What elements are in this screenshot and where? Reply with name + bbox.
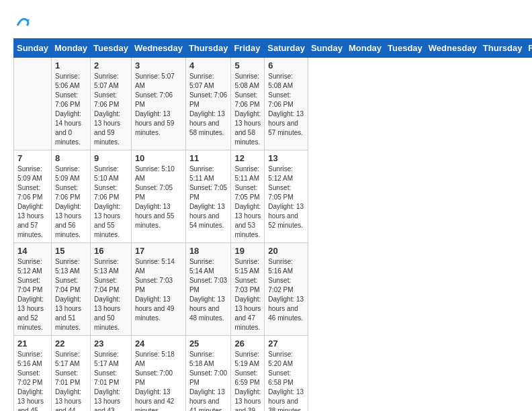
- day-info: Sunrise: 5:07 AMSunset: 7:06 PMDaylight:…: [135, 72, 182, 138]
- header-monday: Monday: [51, 39, 90, 58]
- calendar-cell: 21Sunrise: 5:16 AMSunset: 7:02 PMDayligh…: [14, 336, 52, 412]
- day-number: 2: [94, 60, 128, 71]
- header-friday: Friday: [231, 39, 265, 58]
- day-number: 13: [268, 153, 304, 163]
- day-info: Sunrise: 5:11 AMSunset: 7:05 PMDaylight:…: [234, 165, 261, 240]
- day-info: Sunrise: 5:17 AMSunset: 7:01 PMDaylight:…: [55, 350, 87, 411]
- calendar-cell: 10Sunrise: 5:10 AMSunset: 7:05 PMDayligh…: [131, 150, 185, 243]
- day-number: 1: [55, 60, 87, 71]
- calendar-cell: 16Sunrise: 5:13 AMSunset: 7:04 PMDayligh…: [91, 243, 132, 336]
- calendar-cell: 1Sunrise: 5:06 AMSunset: 7:06 PMDaylight…: [51, 58, 90, 150]
- col-header-thursday: Thursday: [480, 39, 525, 58]
- calendar-cell: 19Sunrise: 5:15 AMSunset: 7:03 PMDayligh…: [231, 243, 265, 336]
- calendar-cell: 3Sunrise: 5:07 AMSunset: 7:06 PMDaylight…: [131, 58, 185, 150]
- day-number: 25: [189, 338, 228, 349]
- day-info: Sunrise: 5:18 AMSunset: 7:00 PMDaylight:…: [189, 350, 228, 411]
- day-info: Sunrise: 5:16 AMSunset: 7:02 PMDaylight:…: [268, 257, 304, 323]
- day-info: Sunrise: 5:09 AMSunset: 7:06 PMDaylight:…: [55, 165, 87, 240]
- calendar-cell: 4Sunrise: 5:07 AMSunset: 7:06 PMDaylight…: [185, 58, 231, 150]
- day-info: Sunrise: 5:16 AMSunset: 7:02 PMDaylight:…: [17, 350, 48, 411]
- day-number: 15: [55, 246, 87, 256]
- col-header-wednesday: Wednesday: [425, 39, 480, 58]
- calendar-cell: 15Sunrise: 5:13 AMSunset: 7:04 PMDayligh…: [51, 243, 90, 336]
- day-info: Sunrise: 5:09 AMSunset: 7:06 PMDaylight:…: [17, 165, 48, 240]
- calendar-cell: 12Sunrise: 5:11 AMSunset: 7:05 PMDayligh…: [231, 150, 265, 243]
- calendar-week-2: 7Sunrise: 5:09 AMSunset: 7:06 PMDaylight…: [14, 150, 533, 243]
- day-number: 8: [55, 153, 87, 163]
- calendar-cell: 6Sunrise: 5:08 AMSunset: 7:06 PMDaylight…: [265, 58, 308, 150]
- calendar-cell: 8Sunrise: 5:09 AMSunset: 7:06 PMDaylight…: [51, 150, 90, 243]
- day-number: 16: [94, 246, 128, 256]
- day-info: Sunrise: 5:14 AMSunset: 7:03 PMDaylight:…: [189, 257, 228, 323]
- header-saturday: Saturday: [265, 39, 308, 58]
- header-thursday: Thursday: [185, 39, 231, 58]
- calendar-cell: 13Sunrise: 5:12 AMSunset: 7:05 PMDayligh…: [265, 150, 308, 243]
- day-number: 7: [17, 153, 48, 163]
- day-info: Sunrise: 5:18 AMSunset: 7:00 PMDaylight:…: [135, 350, 182, 411]
- day-info: Sunrise: 5:15 AMSunset: 7:03 PMDaylight:…: [234, 257, 261, 332]
- day-info: Sunrise: 5:13 AMSunset: 7:04 PMDaylight:…: [94, 257, 128, 332]
- day-info: Sunrise: 5:08 AMSunset: 7:06 PMDaylight:…: [234, 72, 261, 147]
- header-sunday: Sunday: [14, 39, 52, 58]
- day-number: 18: [189, 246, 228, 256]
- calendar-cell: [14, 58, 52, 150]
- day-number: 10: [135, 153, 182, 163]
- day-number: 20: [268, 246, 304, 256]
- day-number: 12: [234, 153, 261, 163]
- calendar-header-row: SundayMondayTuesdayWednesdayThursdayFrid…: [14, 39, 533, 58]
- day-number: 14: [17, 246, 48, 256]
- day-info: Sunrise: 5:17 AMSunset: 7:01 PMDaylight:…: [94, 350, 128, 411]
- day-number: 27: [268, 338, 304, 349]
- logo: [13, 13, 30, 32]
- day-number: 9: [94, 153, 128, 163]
- col-header-tuesday: Tuesday: [385, 39, 426, 58]
- calendar-cell: 17Sunrise: 5:14 AMSunset: 7:03 PMDayligh…: [131, 243, 185, 336]
- calendar-cell: 27Sunrise: 5:20 AMSunset: 6:58 PMDayligh…: [265, 336, 308, 412]
- day-number: 11: [189, 153, 228, 163]
- day-info: Sunrise: 5:19 AMSunset: 6:59 PMDaylight:…: [234, 350, 261, 411]
- day-info: Sunrise: 5:12 AMSunset: 7:05 PMDaylight:…: [268, 165, 304, 230]
- day-info: Sunrise: 5:11 AMSunset: 7:05 PMDaylight:…: [189, 165, 228, 230]
- calendar-cell: 7Sunrise: 5:09 AMSunset: 7:06 PMDaylight…: [14, 150, 52, 243]
- calendar-cell: 18Sunrise: 5:14 AMSunset: 7:03 PMDayligh…: [185, 243, 231, 336]
- day-number: 26: [234, 338, 261, 349]
- day-info: Sunrise: 5:07 AMSunset: 7:06 PMDaylight:…: [189, 72, 228, 138]
- calendar-week-1: 1Sunrise: 5:06 AMSunset: 7:06 PMDaylight…: [14, 58, 533, 150]
- calendar-cell: 25Sunrise: 5:18 AMSunset: 7:00 PMDayligh…: [185, 336, 231, 412]
- calendar-table: SundayMondayTuesdayWednesdayThursdayFrid…: [13, 38, 532, 411]
- col-header-sunday: Sunday: [308, 39, 345, 58]
- calendar-cell: 22Sunrise: 5:17 AMSunset: 7:01 PMDayligh…: [51, 336, 90, 412]
- calendar-cell: 26Sunrise: 5:19 AMSunset: 6:59 PMDayligh…: [231, 336, 265, 412]
- day-info: Sunrise: 5:14 AMSunset: 7:03 PMDaylight:…: [135, 257, 182, 323]
- day-number: 17: [135, 246, 182, 256]
- day-number: 22: [55, 338, 87, 349]
- logo-text: [13, 13, 30, 32]
- day-number: 21: [17, 338, 48, 349]
- day-number: 5: [234, 60, 261, 71]
- day-info: Sunrise: 5:08 AMSunset: 7:06 PMDaylight:…: [268, 72, 304, 138]
- calendar-cell: 14Sunrise: 5:12 AMSunset: 7:04 PMDayligh…: [14, 243, 52, 336]
- day-info: Sunrise: 5:06 AMSunset: 7:06 PMDaylight:…: [55, 72, 87, 147]
- calendar-cell: 9Sunrise: 5:10 AMSunset: 7:06 PMDaylight…: [91, 150, 132, 243]
- day-info: Sunrise: 5:10 AMSunset: 7:05 PMDaylight:…: [135, 165, 182, 230]
- col-header-friday: Friday: [525, 39, 532, 58]
- day-number: 6: [268, 60, 304, 71]
- header-wednesday: Wednesday: [131, 39, 185, 58]
- calendar-cell: 20Sunrise: 5:16 AMSunset: 7:02 PMDayligh…: [265, 243, 308, 336]
- day-number: 3: [135, 60, 182, 71]
- calendar-cell: 23Sunrise: 5:17 AMSunset: 7:01 PMDayligh…: [91, 336, 132, 412]
- calendar-cell: 2Sunrise: 5:07 AMSunset: 7:06 PMDaylight…: [91, 58, 132, 150]
- day-info: Sunrise: 5:07 AMSunset: 7:06 PMDaylight:…: [94, 72, 128, 147]
- day-info: Sunrise: 5:20 AMSunset: 6:58 PMDaylight:…: [268, 350, 304, 411]
- calendar-week-3: 14Sunrise: 5:12 AMSunset: 7:04 PMDayligh…: [14, 243, 533, 336]
- day-info: Sunrise: 5:12 AMSunset: 7:04 PMDaylight:…: [17, 257, 48, 332]
- page-header: [13, 13, 519, 32]
- day-number: 23: [94, 338, 128, 349]
- header-tuesday: Tuesday: [91, 39, 132, 58]
- day-number: 24: [135, 338, 182, 349]
- day-number: 19: [234, 246, 261, 256]
- logo-icon: [15, 13, 30, 28]
- day-info: Sunrise: 5:10 AMSunset: 7:06 PMDaylight:…: [94, 165, 128, 240]
- calendar-cell: 11Sunrise: 5:11 AMSunset: 7:05 PMDayligh…: [185, 150, 231, 243]
- calendar-cell: 24Sunrise: 5:18 AMSunset: 7:00 PMDayligh…: [131, 336, 185, 412]
